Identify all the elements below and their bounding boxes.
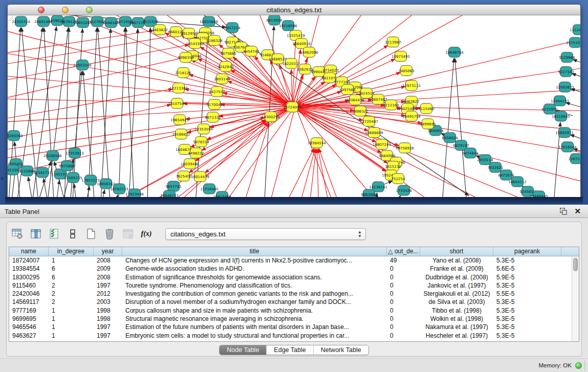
table-cell[interactable]: 49 xyxy=(387,256,420,265)
table-row[interactable]: 946554611997Estimation of the future num… xyxy=(9,323,572,331)
black-edge[interactable] xyxy=(392,195,401,197)
network-window-titlebar[interactable]: citations_edges.txt xyxy=(8,5,580,15)
node-teal[interactable]: 17353913 xyxy=(66,148,84,158)
red-edge[interactable] xyxy=(8,31,154,58)
table-cell[interactable]: 9463627 xyxy=(9,332,49,340)
network-graph[interactable]: 2435572420691406163962518639126106532671… xyxy=(8,15,580,197)
table-cell[interactable]: 9115460 xyxy=(9,281,49,290)
table-cell[interactable]: 2009 xyxy=(94,265,122,273)
table-cell[interactable]: Structural magnetic resonance image aver… xyxy=(122,315,387,323)
node-yellow[interactable]: 4498222 xyxy=(188,148,204,158)
node-teal[interactable]: 7857224 xyxy=(224,23,241,33)
table-cell[interactable]: Tibbo et al. (1998) xyxy=(420,307,493,315)
table-cell[interactable]: 5.3E-5 xyxy=(493,307,561,315)
table-row[interactable]: 911546021997Tourette syndrome. Phenomeno… xyxy=(9,281,572,290)
black-edge[interactable] xyxy=(88,28,97,197)
vertical-scrollbar[interactable] xyxy=(572,256,579,341)
close-panel-icon[interactable]: ✕ xyxy=(574,207,581,216)
node-yellow[interactable]: 1213987 xyxy=(385,37,401,47)
table-cell[interactable]: Wolkin et al. (1998) xyxy=(420,315,493,323)
table-cell[interactable]: 2008 xyxy=(94,256,122,265)
node-teal[interactable]: 24355724 xyxy=(12,16,30,27)
black-edge[interactable] xyxy=(55,180,59,197)
black-edge[interactable] xyxy=(565,102,580,108)
table-cell[interactable]: 1998 xyxy=(94,315,122,323)
table-cell[interactable]: 6 xyxy=(49,273,94,281)
table-cell[interactable]: 9465546 xyxy=(9,323,49,331)
column-select-icon[interactable] xyxy=(30,228,41,239)
column-header-out_de[interactable]: △ out_de... xyxy=(387,247,420,256)
table-cell[interactable]: 6 xyxy=(49,265,94,273)
black-edge[interactable] xyxy=(573,59,580,65)
table-row[interactable]: 1830029562008Estimation of significance … xyxy=(9,273,572,281)
tab-node-table[interactable]: Node Table xyxy=(220,345,267,355)
black-edge[interactable] xyxy=(455,58,467,197)
node-teal[interactable]: 16648784 xyxy=(445,47,464,57)
table-panel-header[interactable]: Table Panel ✕ xyxy=(0,205,588,218)
node-yellow[interactable]: 9899695 xyxy=(420,119,435,129)
node-teal[interactable]: 11124047 xyxy=(570,25,580,35)
table-row[interactable]: 946362711997Embryonic stem cells: a mode… xyxy=(9,332,572,340)
node-yellow[interactable]: 6497568 xyxy=(339,84,355,95)
table-cell[interactable]: 1 xyxy=(49,315,94,323)
table-cell[interactable]: 0 xyxy=(387,307,420,315)
black-edge[interactable] xyxy=(114,195,118,197)
node-yellow[interactable]: 8212160 xyxy=(383,100,399,110)
red-edge[interactable] xyxy=(318,149,331,197)
table-cell[interactable]: 1 xyxy=(49,256,94,265)
table-cell[interactable]: 1 xyxy=(49,323,94,331)
scrollbar-thumb[interactable] xyxy=(573,258,578,271)
table-cell[interactable]: 22420046 xyxy=(9,290,49,298)
node-yellow[interactable]: 7463822 xyxy=(151,25,167,35)
table-cell[interactable]: 5.9E-5 xyxy=(493,273,561,281)
table-cell[interactable]: Genome-wide association studies in ADHD. xyxy=(122,265,387,273)
network-canvas[interactable]: 2435572420691406163962518639126106532671… xyxy=(8,15,580,197)
black-edge[interactable] xyxy=(74,184,77,197)
red-edge[interactable] xyxy=(241,122,269,197)
memory-status-icon[interactable] xyxy=(575,362,582,369)
black-edge[interactable] xyxy=(28,177,34,197)
black-edge[interactable] xyxy=(98,28,111,197)
table-cell[interactable]: Embryonic stem cells: a model to study s… xyxy=(122,332,387,340)
table-cell[interactable]: 1997 xyxy=(94,323,122,331)
node-yellow[interactable]: 9115460 xyxy=(418,103,434,114)
table-cell[interactable]: Jankovic et al. (1997) xyxy=(420,281,493,290)
table-row[interactable]: 1872400712008Changes of HCN gene express… xyxy=(9,256,572,265)
node-teal[interactable]: 1167533 xyxy=(568,154,580,164)
node-teal[interactable]: 9227343 xyxy=(558,67,574,77)
table-cell[interactable]: 5.3E-5 xyxy=(493,256,561,265)
table-cell[interactable]: 5.3E-5 xyxy=(493,332,561,340)
node-yellow[interactable]: 9896358 xyxy=(178,52,193,62)
table-cell[interactable]: 2008 xyxy=(94,273,122,281)
node-yellow[interactable]: 752254 xyxy=(391,173,405,184)
table-cell[interactable]: 0 xyxy=(387,265,420,273)
table-cell[interactable]: 2012 xyxy=(94,290,122,298)
node-yellow[interactable]: 12720407 xyxy=(360,116,378,126)
node-teal[interactable]: 1115688 xyxy=(19,166,35,176)
node-teal[interactable]: 15716485 xyxy=(200,184,219,194)
red-edge[interactable] xyxy=(8,89,172,125)
node-yellow[interactable]: 19654923 xyxy=(170,115,189,125)
node-yellow[interactable]: 7625402 xyxy=(176,171,191,181)
node-yellow[interactable]: 19166822 xyxy=(172,129,190,139)
table-cell[interactable]: 14569117 xyxy=(9,298,49,306)
function-icon[interactable]: f(x) xyxy=(141,228,152,239)
table-cell[interactable]: Corpus callosum shape and size in male p… xyxy=(122,307,387,315)
node-teal[interactable]: 9857791 xyxy=(165,181,181,191)
node-yellow[interactable]: 12353594 xyxy=(194,124,213,134)
table-body[interactable]: 1872400712008Changes of HCN gene express… xyxy=(9,256,572,341)
table-cell[interactable]: Dudbridge et al. (2008) xyxy=(420,273,493,281)
red-edge[interactable] xyxy=(281,148,314,197)
collapse-panel-arrow-icon[interactable] xyxy=(1,177,3,181)
node-yellow[interactable]: 7485063 xyxy=(398,65,414,76)
table-cell[interactable]: 5.3E-5 xyxy=(493,281,561,290)
table-cell[interactable]: 2 xyxy=(49,290,94,298)
table-cell[interactable]: de Silva et al. (2003) xyxy=(420,298,493,306)
black-edge[interactable] xyxy=(572,74,580,79)
red-edge[interactable] xyxy=(189,75,292,107)
black-edge[interactable] xyxy=(570,135,580,140)
rows-icon[interactable] xyxy=(67,228,78,239)
table-row[interactable]: 1456911722003Disruption of a novel membe… xyxy=(9,298,572,306)
table-cell[interactable]: 9777169 xyxy=(9,307,49,315)
black-edge[interactable] xyxy=(442,58,454,197)
